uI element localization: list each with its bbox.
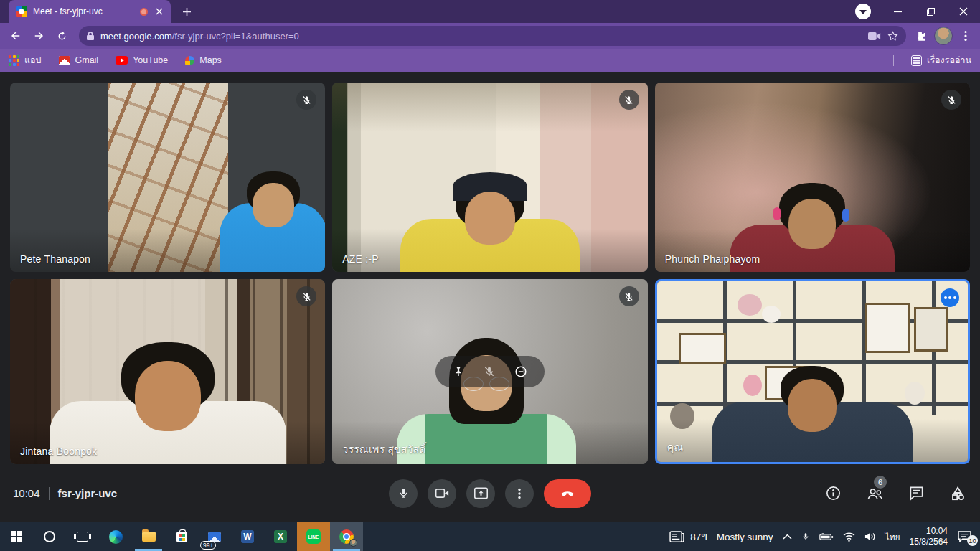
task-view-icon <box>77 532 88 542</box>
address-bar[interactable]: meet.google.com/fsr-yjpr-uvc?pli=1&authu… <box>79 26 906 46</box>
url-text: meet.google.com/fsr-yjpr-uvc?pli=1&authu… <box>100 31 862 42</box>
meeting-info: 10:04 fsr-yjpr-uvc <box>13 487 117 500</box>
window-minimize-button[interactable] <box>881 0 914 23</box>
meet-favicon-icon <box>16 6 27 17</box>
taskbar-excel[interactable]: X <box>264 522 297 551</box>
window-controls <box>881 0 980 23</box>
taskbar-edge[interactable] <box>99 522 132 551</box>
extensions-puzzle-icon[interactable] <box>913 29 927 43</box>
volume-icon[interactable] <box>864 532 876 542</box>
maps-icon <box>185 56 194 65</box>
taskbar-date: 15/8/2564 <box>910 537 948 547</box>
video-tile-jintana-boonpok[interactable]: Jintana Boonpok <box>10 279 325 464</box>
action-center-button[interactable]: 10 <box>957 530 973 543</box>
video-tile-wannaporn[interactable]: วรรณเพร สุขสวัสดิ์ <box>332 279 647 464</box>
bookmark-youtube-label: YouTube <box>133 55 168 65</box>
taskbar-word[interactable]: W <box>231 522 264 551</box>
activities-button[interactable] <box>948 484 967 503</box>
present-screen-button[interactable] <box>466 479 495 508</box>
notification-count-badge: 10 <box>967 535 978 546</box>
camera-in-use-icon[interactable] <box>868 32 881 41</box>
self-tile-options-button[interactable] <box>941 288 959 307</box>
gmail-icon <box>59 56 70 65</box>
video-tile-phurich-phaiphayom[interactable]: Phurich Phaiphayom <box>655 83 970 272</box>
bookmarks-divider <box>893 55 894 66</box>
bookmark-apps[interactable]: แอป <box>9 53 42 67</box>
video-tile-aze[interactable]: AZE :-P <box>332 83 647 272</box>
participant-hover-controls <box>435 356 545 387</box>
news-widget-icon <box>669 531 684 543</box>
profile-avatar[interactable] <box>934 27 953 45</box>
tray-expand-icon[interactable] <box>783 534 792 540</box>
browser-tab[interactable]: Meet - fsr-yjpr-uvc <box>9 0 171 23</box>
pin-participant-icon[interactable] <box>452 365 465 378</box>
video-grid: Pete Thanapon AZE :-P Ph <box>0 72 980 464</box>
bookmark-maps[interactable]: Maps <box>185 55 222 65</box>
window-maximize-button[interactable] <box>914 0 947 23</box>
cortana-button[interactable] <box>33 522 66 551</box>
battery-icon[interactable] <box>819 532 834 542</box>
mute-participant-icon[interactable] <box>483 365 496 378</box>
chrome-profile-avatar <box>349 539 357 547</box>
edge-icon <box>109 530 123 544</box>
more-options-button[interactable] <box>505 479 534 508</box>
reading-list-button[interactable]: เรื่องรออ่าน <box>911 53 971 67</box>
taskbar-store[interactable] <box>165 522 198 551</box>
bookmark-gmail[interactable]: Gmail <box>59 55 99 65</box>
taskbar-line[interactable]: LINE <box>297 522 330 551</box>
remove-participant-icon[interactable] <box>514 364 528 379</box>
microsoft-store-icon <box>176 532 187 542</box>
chat-button[interactable] <box>907 484 925 503</box>
file-explorer-icon <box>142 532 156 542</box>
tab-search-button[interactable] <box>855 4 871 19</box>
screen: Meet - fsr-yjpr-uvc <box>0 0 980 551</box>
weather-widget[interactable]: 87°F Mostly sunny <box>669 531 773 543</box>
new-tab-button[interactable] <box>176 1 197 22</box>
reload-button[interactable] <box>52 26 72 46</box>
camera-button[interactable] <box>428 479 456 508</box>
mail-icon <box>208 532 221 542</box>
bookmark-star-icon[interactable] <box>887 30 899 42</box>
language-indicator[interactable]: ไทย <box>885 530 900 544</box>
taskbar-clock[interactable]: 10:04 15/8/2564 <box>910 526 948 547</box>
tray-microphone-icon[interactable] <box>801 531 810 542</box>
meeting-details-button[interactable] <box>824 484 842 503</box>
windows-taskbar: 99+ W X LINE 87°F Mostly sunny <box>0 522 980 551</box>
microphone-button[interactable] <box>389 479 418 508</box>
system-tray: 87°F Mostly sunny ไทย <box>669 522 980 551</box>
bookmark-youtube[interactable]: YouTube <box>116 55 168 65</box>
taskbar-file-explorer[interactable] <box>132 522 165 551</box>
bookmark-apps-label: แอป <box>24 53 42 67</box>
tab-recording-indicator-icon <box>140 8 148 16</box>
video-feed <box>655 83 970 272</box>
weather-temp: 87°F <box>690 532 711 542</box>
participant-name-self: คุณ <box>667 439 684 455</box>
taskbar-mail[interactable]: 99+ <box>198 522 231 551</box>
reading-list-label: เรื่องรออ่าน <box>927 53 971 67</box>
video-tile-self[interactable]: คุณ <box>655 279 970 464</box>
video-feed <box>10 83 325 272</box>
tab-close-icon[interactable] <box>154 6 165 17</box>
back-button[interactable] <box>6 26 26 46</box>
youtube-icon <box>116 56 128 65</box>
video-tile-pete-thanapon[interactable]: Pete Thanapon <box>10 83 325 272</box>
taskbar-chrome[interactable] <box>330 522 363 551</box>
window-close-button[interactable] <box>947 0 980 23</box>
mic-muted-icon <box>619 286 639 306</box>
leave-call-button[interactable] <box>544 479 591 508</box>
task-view-button[interactable] <box>66 522 99 551</box>
forward-button[interactable] <box>29 26 49 46</box>
browser-menu-icon[interactable] <box>960 30 971 42</box>
start-button[interactable] <box>0 522 33 551</box>
apps-grid-icon <box>9 55 19 66</box>
participants-button[interactable]: 6 <box>865 484 884 503</box>
wifi-icon[interactable] <box>843 532 855 542</box>
bookmark-maps-label: Maps <box>199 55 222 65</box>
excel-icon: X <box>274 530 287 543</box>
participant-name: Pete Thanapon <box>20 253 90 265</box>
reading-list-icon <box>911 55 922 66</box>
browser-toolbar: meet.google.com/fsr-yjpr-uvc?pli=1&authu… <box>0 23 980 49</box>
browser-titlebar: Meet - fsr-yjpr-uvc <box>0 0 980 23</box>
tab-title: Meet - fsr-yjpr-uvc <box>33 6 134 17</box>
word-icon: W <box>241 530 254 543</box>
